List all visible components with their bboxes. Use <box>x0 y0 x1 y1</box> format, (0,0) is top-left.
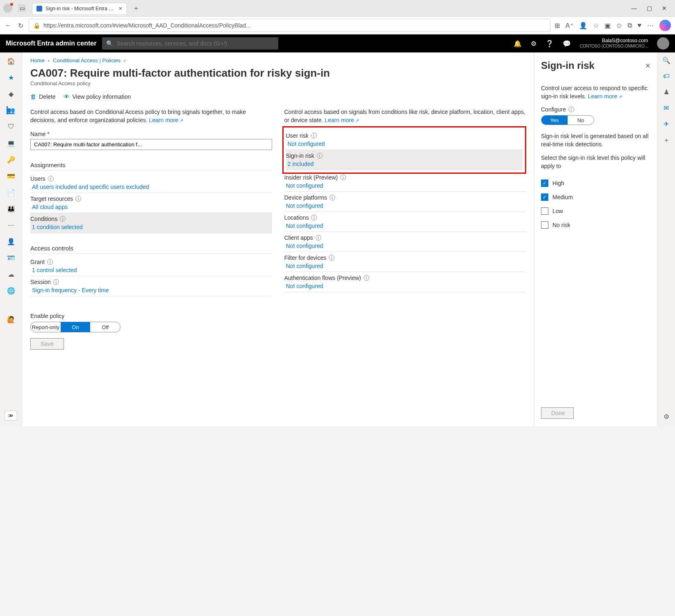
nav-reports-icon[interactable]: 📄 <box>7 188 16 197</box>
settings-icon[interactable]: ⚙ <box>531 40 536 48</box>
breadcrumb-ca[interactable]: Conditional Access | Policies <box>53 57 120 64</box>
learn-more-link[interactable]: Learn more <box>325 117 359 123</box>
nav-apps-icon[interactable]: 🔑 <box>7 155 16 164</box>
risk-medium-row[interactable]: ✓ Medium <box>541 193 650 201</box>
nav-devices-icon[interactable]: 💻 <box>7 139 16 148</box>
info-icon[interactable]: i <box>317 153 323 159</box>
nav-item-10[interactable]: 🌐 <box>7 286 16 295</box>
nav-entra-icon[interactable]: ◆ <box>7 89 16 98</box>
checkbox-low[interactable] <box>541 207 548 215</box>
nav-favorites-icon[interactable]: ★ <box>7 73 16 82</box>
checkbox-medium[interactable]: ✓ <box>541 193 548 201</box>
configure-no[interactable]: No <box>568 116 594 125</box>
nav-more-icon[interactable]: ⋯ <box>7 220 16 230</box>
new-tab-button[interactable]: ＋ <box>133 4 139 13</box>
favorites-bar-icon[interactable]: ✩ <box>616 22 622 30</box>
learn-more-link[interactable]: Learn more <box>149 117 184 123</box>
toggle-off[interactable]: Off <box>90 322 120 332</box>
view-info-button[interactable]: 👁View policy information <box>64 93 131 100</box>
feedback-icon[interactable]: 💬 <box>563 40 571 48</box>
window-close-icon[interactable]: ✕ <box>662 5 667 11</box>
info-icon[interactable]: i <box>364 275 369 281</box>
toggle-on[interactable]: On <box>61 322 91 332</box>
extensions-icon[interactable]: ⊞ <box>555 22 560 30</box>
url-box[interactable]: 🔒 https://entra.microsoft.com/#view/Micr… <box>29 19 550 32</box>
back-icon[interactable]: ← <box>4 22 12 29</box>
info-icon[interactable]: i <box>311 215 317 220</box>
session-value[interactable]: Sign-in frequency - Every time <box>30 287 272 293</box>
info-icon[interactable]: i <box>340 175 346 180</box>
user-risk-block[interactable]: User riski Not configured <box>286 130 523 150</box>
info-icon[interactable]: i <box>316 235 321 241</box>
risk-norisk-row[interactable]: No risk <box>541 221 650 229</box>
split-icon[interactable]: ▣ <box>605 22 611 30</box>
users-value[interactable]: All users included and specific users ex… <box>30 184 272 190</box>
global-search[interactable]: 🔍 <box>102 37 278 50</box>
grant-block[interactable]: Granti 1 control selected <box>30 256 272 276</box>
client-apps-block[interactable]: Client appsi Not configured <box>284 232 526 252</box>
checkbox-norisk[interactable] <box>541 221 548 229</box>
avatar[interactable] <box>657 37 669 50</box>
blade-close-icon[interactable]: ✕ <box>645 62 650 70</box>
collections-icon[interactable]: ⧉ <box>627 22 632 29</box>
signin-risk-block[interactable]: Sign-in riski 2 included <box>286 150 523 170</box>
nav-item-11[interactable]: 🙋 <box>7 315 16 324</box>
rail-settings-icon[interactable]: ⚙ <box>664 413 669 421</box>
info-icon[interactable]: i <box>568 107 574 112</box>
info-icon[interactable]: i <box>330 195 335 200</box>
rail-search-icon[interactable]: 🔍 <box>662 57 670 64</box>
risk-low-row[interactable]: Low <box>541 207 650 215</box>
search-input[interactable] <box>116 40 274 47</box>
targets-value[interactable]: All cloud apps <box>30 204 272 210</box>
learn-more-link[interactable]: Learn more <box>588 93 622 100</box>
enable-policy-toggle[interactable]: Report-only On Off <box>30 322 120 332</box>
window-maximize-icon[interactable]: ▢ <box>647 5 652 11</box>
refresh-icon[interactable]: ↻ <box>16 22 25 30</box>
grant-value[interactable]: 1 control selected <box>30 267 272 273</box>
info-icon[interactable]: i <box>329 255 334 261</box>
nav-item-7[interactable]: 👤 <box>7 237 16 246</box>
delete-button[interactable]: 🗑Delete <box>30 93 55 100</box>
signin-risk-value[interactable]: 2 included <box>286 161 523 167</box>
auth-flows-block[interactable]: Authentication flows (Preview)i Not conf… <box>284 272 526 292</box>
save-button[interactable]: Save <box>30 338 64 350</box>
breadcrumb-home[interactable]: Home <box>30 57 45 64</box>
info-icon[interactable]: i <box>60 216 66 222</box>
nav-item-9[interactable]: ☁ <box>7 270 16 279</box>
targets-block[interactable]: Target resourcesi All cloud apps <box>30 193 272 213</box>
info-icon[interactable]: i <box>47 259 53 265</box>
rail-tag-icon[interactable]: 🏷 <box>663 73 670 80</box>
rail-add-icon[interactable]: ＋ <box>663 136 670 145</box>
tab-overview-icon[interactable]: ▭ <box>18 4 26 12</box>
rail-outlook-icon[interactable]: ✉ <box>664 104 669 112</box>
done-button[interactable]: Done <box>541 407 574 419</box>
locations-block[interactable]: Locationsi Not configured <box>284 212 526 232</box>
browser-tab[interactable]: Sign-in risk - Microsoft Entra adm ✕ <box>32 3 127 14</box>
rail-send-icon[interactable]: ✈ <box>664 120 669 128</box>
configure-toggle[interactable]: Yes No <box>541 115 594 125</box>
toggle-report-only[interactable]: Report-only <box>31 322 61 332</box>
expand-nav-button[interactable]: ≫ <box>5 411 17 421</box>
health-icon[interactable]: ♥ <box>638 22 642 29</box>
info-icon[interactable]: i <box>53 279 59 285</box>
conditions-block[interactable]: Conditionsi 1 condition selected <box>30 213 272 233</box>
rail-chess-icon[interactable]: ♟ <box>664 88 669 96</box>
nav-home-icon[interactable]: 🏠 <box>7 57 16 66</box>
favorite-icon[interactable]: ☆ <box>593 22 599 30</box>
info-icon[interactable]: i <box>311 133 317 139</box>
read-aloud-icon[interactable]: A⁺ <box>566 22 573 30</box>
account-icon[interactable]: 👤 <box>579 22 587 30</box>
help-icon[interactable]: ❔ <box>545 40 554 48</box>
nav-users-icon[interactable]: 👥 <box>7 106 16 115</box>
menu-icon[interactable]: ⋯ <box>647 22 654 30</box>
configure-yes[interactable]: Yes <box>541 116 568 125</box>
nav-protection-icon[interactable]: 🛡 <box>7 122 16 131</box>
checkbox-high[interactable]: ✓ <box>541 180 548 187</box>
name-input[interactable] <box>30 139 272 150</box>
risk-high-row[interactable]: ✓ High <box>541 180 650 187</box>
window-minimize-icon[interactable]: — <box>631 5 637 11</box>
insider-risk-block[interactable]: Insider risk (Preview)i Not configured <box>284 172 526 192</box>
notifications-icon[interactable]: 🔔 <box>514 40 522 48</box>
filter-devices-block[interactable]: Filter for devicesi Not configured <box>284 252 526 272</box>
nav-item-8[interactable]: 🪪 <box>7 253 16 262</box>
